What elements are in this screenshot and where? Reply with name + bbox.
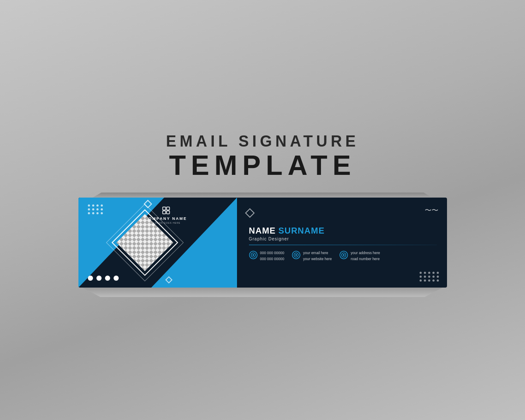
signature-card: COMPANY NAME SLOGAN GOES HERE 〜〜 — [78, 198, 447, 288]
svg-point-12 — [343, 254, 345, 256]
svg-rect-3 — [166, 211, 169, 214]
contact-email: your email here your website here — [292, 250, 332, 262]
title-line1: EMAIL SIGNATURE — [166, 132, 359, 150]
wave-decoration: 〜〜 — [425, 206, 438, 215]
svg-point-6 — [252, 254, 254, 256]
svg-point-9 — [295, 254, 297, 256]
circles-bottom-left — [88, 276, 119, 281]
address-text: your address here road number here — [351, 250, 380, 262]
right-section: 〜〜 NAME SURNAME Graphic Designer — [237, 198, 447, 288]
svg-rect-0 — [162, 207, 165, 210]
email-line: your email here — [303, 250, 332, 256]
dot-grid-bottom-right — [420, 272, 439, 282]
job-title: Graphic Designer — [249, 237, 437, 241]
email-text: your email here your website here — [303, 250, 332, 262]
phone-line1: 000 000 00000 — [260, 250, 285, 256]
card-wrapper: COMPANY NAME SLOGAN GOES HERE 〜〜 — [78, 198, 447, 288]
address-line: your address here — [351, 250, 380, 256]
left-section: COMPANY NAME SLOGAN GOES HERE — [78, 198, 237, 288]
right-diamond-deco — [245, 208, 255, 218]
svg-rect-1 — [166, 207, 169, 210]
first-name: NAME — [249, 226, 276, 236]
page-title-block: EMAIL SIGNATURE TEMPLATE — [166, 132, 359, 180]
email-icon — [292, 251, 300, 259]
phone-text: 000 000 00000 000 000 00000 — [260, 250, 285, 262]
address-icon — [339, 251, 348, 259]
last-name: SURNAME — [278, 226, 324, 236]
svg-rect-2 — [162, 211, 165, 214]
dot-grid-top-left — [88, 204, 103, 214]
name-row: NAME SURNAME — [249, 226, 437, 236]
website-line: your website here — [303, 256, 332, 262]
divider — [249, 245, 437, 245]
logo-icon — [161, 205, 171, 216]
road-line: road number here — [351, 256, 380, 262]
contact-phone: 000 000 00000 000 000 00000 — [249, 250, 285, 262]
phone-line2: 000 000 00000 — [260, 256, 285, 262]
title-line2: TEMPLATE — [166, 150, 359, 180]
contact-address: your address here road number here — [339, 250, 380, 262]
phone-icon — [249, 251, 258, 259]
contact-row: 000 000 00000 000 000 00000 your email h… — [249, 250, 437, 262]
